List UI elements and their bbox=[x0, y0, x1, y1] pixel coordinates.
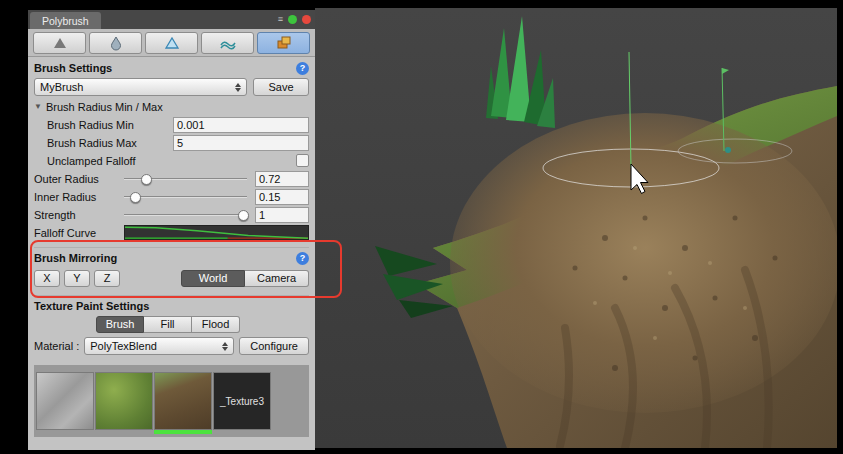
mirror-controls-row: X Y Z World Camera bbox=[34, 267, 309, 289]
help-icon[interactable]: ? bbox=[296, 62, 309, 75]
material-label: Material : bbox=[34, 340, 79, 352]
window-maximize-icon[interactable] bbox=[288, 15, 297, 24]
mirror-space-world[interactable]: World bbox=[181, 270, 245, 287]
material-row: Material : PolyTexBlend Configure bbox=[34, 336, 309, 356]
window-tab[interactable]: Polybrush bbox=[30, 12, 101, 29]
inner-radius-field[interactable]: 0.15 bbox=[255, 189, 309, 205]
tab-texture-paint[interactable] bbox=[257, 32, 310, 54]
tab-sculpt[interactable] bbox=[33, 32, 86, 54]
material-value: PolyTexBlend bbox=[90, 340, 217, 352]
outer-radius-row: Outer Radius 0.72 bbox=[34, 170, 309, 187]
texture-palette: _Texture3 bbox=[34, 365, 309, 437]
brush-preset-dropdown[interactable]: MyBrush bbox=[34, 78, 247, 96]
brush-preset-value: MyBrush bbox=[40, 81, 230, 93]
material-dropdown[interactable]: PolyTexBlend bbox=[84, 337, 234, 355]
unclamped-falloff-row: Unclamped Falloff bbox=[34, 152, 309, 169]
falloff-curve-label: Falloff Curve bbox=[34, 227, 120, 239]
mirror-y-button[interactable]: Y bbox=[64, 270, 90, 287]
mirror-z-button[interactable]: Z bbox=[94, 270, 120, 287]
brush-radius-min-label: Brush Radius Min bbox=[47, 119, 134, 131]
strength-row: Strength 1 bbox=[34, 206, 309, 223]
mode-toolbar bbox=[28, 29, 315, 57]
tab-color-paint[interactable] bbox=[145, 32, 198, 54]
unclamped-falloff-label: Unclamped Falloff bbox=[47, 155, 135, 167]
wave-icon bbox=[220, 35, 236, 51]
inner-radius-slider[interactable] bbox=[124, 190, 247, 203]
foldout-label: Brush Radius Min / Max bbox=[46, 101, 163, 113]
brush-radius-min-field[interactable]: 0.001 bbox=[173, 117, 309, 133]
brush-mirroring-header: Brush Mirroring ? bbox=[34, 247, 309, 267]
inner-radius-label: Inner Radius bbox=[34, 191, 120, 203]
outer-radius-label: Outer Radius bbox=[34, 173, 120, 185]
outer-radius-field[interactable]: 0.72 bbox=[255, 171, 309, 187]
unclamped-falloff-checkbox[interactable] bbox=[296, 154, 309, 167]
brush-radius-max-label: Brush Radius Max bbox=[47, 137, 137, 149]
texture-swatch-1[interactable] bbox=[95, 372, 153, 430]
help-icon[interactable]: ? bbox=[296, 252, 309, 265]
paint-triangle-icon bbox=[164, 35, 180, 51]
strength-slider[interactable] bbox=[124, 208, 247, 221]
panel-content: Brush Settings ? MyBrush Save ▼ Brush Ra… bbox=[28, 57, 315, 450]
strength-field[interactable]: 1 bbox=[255, 207, 309, 223]
falloff-curve-row: Falloff Curve bbox=[34, 224, 309, 241]
tab-smooth[interactable] bbox=[89, 32, 142, 54]
inner-radius-row: Inner Radius 0.15 bbox=[34, 188, 309, 205]
texture-swatch-3[interactable]: _Texture3 bbox=[213, 372, 271, 430]
paint-mode-row: Brush Fill Flood bbox=[34, 315, 309, 333]
paint-mode-brush[interactable]: Brush bbox=[96, 316, 144, 333]
foldout-arrow-icon: ▼ bbox=[34, 102, 42, 111]
tab-scatter[interactable] bbox=[201, 32, 254, 54]
dropdown-arrows-icon bbox=[221, 341, 228, 352]
paint-mode-fill[interactable]: Fill bbox=[144, 316, 192, 333]
texture-swatch-2[interactable] bbox=[154, 372, 212, 430]
falloff-curve-icon bbox=[125, 226, 308, 239]
brush-radius-min-row: Brush Radius Min 0.001 bbox=[34, 116, 309, 133]
texture-swatch-label: _Texture3 bbox=[220, 396, 264, 407]
brush-settings-title: Brush Settings bbox=[34, 62, 112, 74]
dropdown-arrows-icon bbox=[234, 82, 241, 93]
window-close-icon[interactable] bbox=[302, 15, 311, 24]
strength-label: Strength bbox=[34, 209, 120, 221]
texture-paint-title: Texture Paint Settings bbox=[34, 300, 149, 312]
texture-swatch-0[interactable] bbox=[36, 372, 94, 430]
texture-strength-bar bbox=[154, 430, 212, 434]
paint-mode-flood[interactable]: Flood bbox=[192, 316, 240, 333]
scene-viewport[interactable] bbox=[315, 8, 837, 448]
texture-paint-header: Texture Paint Settings bbox=[34, 295, 309, 315]
mirror-space-toggle: World Camera bbox=[181, 270, 309, 287]
save-button[interactable]: Save bbox=[253, 78, 309, 96]
polybrush-window: Polybrush ≡ bbox=[28, 10, 315, 450]
outer-radius-slider[interactable] bbox=[124, 172, 247, 185]
texture-bricks-icon bbox=[276, 35, 292, 51]
sculpt-icon bbox=[52, 35, 68, 51]
droplet-icon bbox=[108, 35, 124, 51]
brush-radius-max-field[interactable]: 5 bbox=[173, 135, 309, 151]
mirror-space-camera[interactable]: Camera bbox=[245, 270, 309, 287]
window-menu-icon[interactable]: ≡ bbox=[278, 15, 283, 24]
brush-settings-header: Brush Settings ? bbox=[34, 59, 309, 77]
terrain-render bbox=[315, 8, 837, 448]
brush-radius-max-row: Brush Radius Max 5 bbox=[34, 134, 309, 151]
window-titlebar[interactable]: Polybrush ≡ bbox=[28, 10, 315, 29]
falloff-curve-field[interactable] bbox=[124, 225, 309, 240]
paint-mode-toggle: Brush Fill Flood bbox=[96, 316, 240, 333]
brush-mirroring-title: Brush Mirroring bbox=[34, 252, 117, 264]
mirror-x-button[interactable]: X bbox=[34, 270, 60, 287]
brush-preset-row: MyBrush Save bbox=[34, 77, 309, 97]
radius-foldout[interactable]: ▼ Brush Radius Min / Max bbox=[34, 98, 309, 115]
configure-button[interactable]: Configure bbox=[239, 337, 309, 355]
